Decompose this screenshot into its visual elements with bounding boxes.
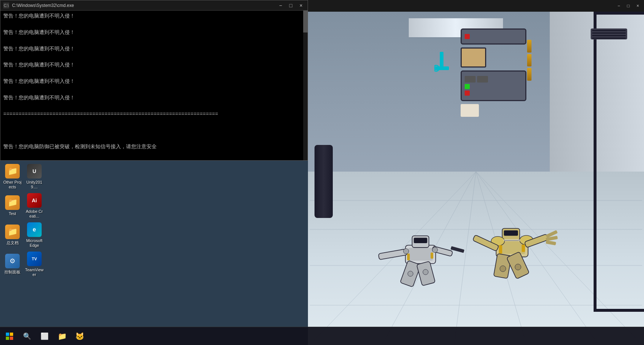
svg-rect-38: [546, 240, 556, 245]
control-panel-icon: ⚙: [5, 254, 20, 268]
cmd-line-blank1: [3, 118, 305, 126]
svg-rect-21: [450, 246, 464, 253]
game-content: [308, 12, 644, 345]
dark-pipe: [315, 145, 333, 218]
desktop-icon-teamviewer[interactable]: TV TeamViewer: [23, 250, 45, 279]
cmd-restore-button[interactable]: □: [287, 2, 294, 9]
svg-rect-44: [522, 244, 525, 252]
cmd-close-button[interactable]: ×: [297, 2, 305, 9]
cyan-pipe: [434, 52, 449, 88]
unity-label: Unity2019....: [25, 180, 44, 189]
cmd-line-9: 警告！您的电脑遭到不明入侵！: [3, 77, 305, 85]
svg-point-23: [423, 269, 428, 275]
cmd-line-2: [3, 20, 305, 28]
cmd-icon: C:\: [3, 3, 9, 8]
desktop-icon-control[interactable]: ⚙ 控制面板: [1, 250, 23, 279]
test-label: Test: [9, 211, 16, 216]
svg-rect-49: [10, 337, 13, 340]
door-frame: [594, 12, 644, 312]
taskbar: 🔍 ⬜ 📁 🐱: [0, 327, 644, 345]
desktop-icon-unity[interactable]: U Unity2019....: [23, 162, 45, 191]
svg-rect-48: [6, 337, 9, 340]
game-restore-button[interactable]: □: [625, 3, 632, 9]
taskbar-cat[interactable]: 🐱: [72, 328, 88, 344]
desktop-icon-adobe[interactable]: Ai Adobe Creati...: [23, 191, 45, 221]
wall-panel-controls: [461, 70, 526, 101]
svg-rect-46: [6, 333, 9, 336]
control-label: 控制面板: [4, 270, 20, 275]
test-icon: 📁: [5, 195, 20, 210]
led-red-2: [465, 91, 470, 96]
cmd-line-4: [3, 37, 305, 45]
svg-rect-14: [408, 248, 433, 260]
taskbar-explorer[interactable]: 📁: [54, 328, 70, 344]
other-projects-label: Other Projects: [3, 180, 22, 189]
desktop-icon-test[interactable]: 📁 Test: [1, 191, 23, 221]
teamviewer-label: TeamViewer: [25, 268, 44, 277]
edge-label: Microsoft Edge: [25, 238, 44, 248]
svg-rect-26: [407, 253, 409, 260]
cmd-minimize-button[interactable]: −: [277, 2, 284, 9]
led-green: [465, 84, 470, 89]
svg-point-22: [408, 271, 413, 276]
cmd-scrollbar[interactable]: [303, 11, 308, 160]
cmd-separator: ========================================…: [3, 110, 305, 118]
desktop-icon-other-projects[interactable]: 📁 Other Projects: [1, 162, 23, 191]
cmd-line-11: 警告！您的电脑遭到不明入侵！: [3, 94, 305, 102]
adobe-icon: Ai: [27, 193, 42, 208]
vent-grille: [591, 28, 627, 39]
led-red: [465, 34, 470, 39]
svg-point-25: [432, 247, 438, 253]
other-projects-icon: 📁: [5, 164, 20, 179]
wall-panel-area: [461, 28, 526, 117]
svg-point-42: [515, 264, 521, 270]
cmd-line-10: [3, 86, 305, 94]
cmd-line-blank2: [3, 126, 305, 134]
cmd-titlebar: C:\ C:\Windows\System32\cmd.exe − □ ×: [0, 0, 308, 11]
svg-rect-17: [378, 249, 408, 260]
cmd-line-3: 警告！您的电脑遭到不明入侵！: [3, 28, 305, 37]
card-slot: [461, 104, 479, 117]
svg-rect-45: [503, 239, 520, 241]
cmd-line-warning2: 警告！您的电脑防御已被突破，检测到未知信号接入，请您注意安全: [3, 143, 305, 151]
edge-icon: e: [27, 222, 42, 237]
start-button[interactable]: [1, 328, 18, 344]
cmd-window: C:\ C:\Windows\System32\cmd.exe − □ × 警告…: [0, 0, 308, 161]
wall-panel-top: [461, 28, 526, 45]
docs-icon: 📁: [5, 225, 20, 239]
panel-card-box: [461, 47, 486, 68]
svg-rect-31: [504, 230, 518, 236]
taskbar-taskview[interactable]: ⬜: [37, 328, 53, 344]
cmd-line-blank3: [3, 135, 305, 143]
desktop-icon-docs[interactable]: 📁 总文档: [1, 221, 23, 250]
strip-indicators: [526, 38, 533, 82]
cmd-line-5: 警告！您的电脑遭到不明入侵！: [3, 45, 305, 53]
scene-container: [308, 12, 644, 345]
svg-point-41: [500, 265, 506, 272]
cmd-scrollbar-thumb[interactable]: [303, 11, 308, 32]
robot-area: [358, 179, 594, 312]
game-minimize-button[interactable]: −: [616, 3, 622, 9]
game-close-button[interactable]: ×: [635, 3, 641, 9]
desktop-icons: 📁 Other Projects U Unity2019.... 📁 Test …: [0, 161, 44, 327]
svg-rect-47: [10, 333, 13, 336]
game-window: − □ ×: [308, 0, 644, 345]
cmd-title: C:\Windows\System32\cmd.exe: [12, 3, 274, 8]
desktop: − □ ×: [0, 0, 644, 345]
svg-point-24: [403, 248, 409, 254]
svg-rect-16: [414, 238, 427, 243]
cmd-line-7: 警告！您的电脑遭到不明入侵！: [3, 61, 305, 69]
svg-rect-27: [431, 252, 433, 258]
teamviewer-icon: TV: [27, 252, 42, 266]
game-titlebar: − □ ×: [308, 0, 644, 12]
svg-rect-43: [499, 245, 502, 253]
cmd-line-blank5: [3, 159, 305, 160]
cmd-line-1: 警告！您的电脑遭到不明入侵！: [3, 12, 305, 20]
desktop-icon-edge[interactable]: e Microsoft Edge: [23, 221, 45, 250]
taskbar-search[interactable]: 🔍: [19, 328, 35, 344]
cmd-line-12: [3, 102, 305, 110]
adobe-label: Adobe Creati...: [25, 209, 44, 219]
cmd-line-8: [3, 69, 305, 77]
docs-label: 总文档: [7, 241, 19, 245]
cmd-content[interactable]: 警告！您的电脑遭到不明入侵！ 警告！您的电脑遭到不明入侵！ 警告！您的电脑遭到不…: [0, 11, 308, 160]
